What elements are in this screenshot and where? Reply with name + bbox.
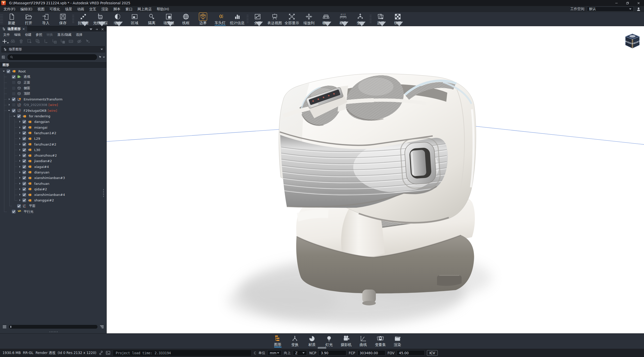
tree-expander[interactable] <box>18 137 22 141</box>
visibility-checkbox[interactable] <box>22 131 26 135</box>
toolbar-button-show-all[interactable]: 全部显示 <box>283 12 300 26</box>
tab-scenegraph[interactable]: 场景图形 × <box>0 26 27 31</box>
dock-button-transform[interactable]: 变换 <box>286 335 303 348</box>
toolbar-button-new-file[interactable]: 新建 <box>3 12 20 26</box>
visibility-checkbox[interactable] <box>22 120 26 124</box>
tree-node[interactable]: 平面 <box>0 203 106 209</box>
visibility-checkbox[interactable] <box>12 92 16 96</box>
fcp-input[interactable]: 303480.00 <box>357 350 385 355</box>
dock-button-material[interactable]: 材质 <box>303 335 320 348</box>
toolbar-button-select[interactable]: 选择 <box>372 12 389 26</box>
panel-close-icon[interactable] <box>101 28 104 31</box>
tree-expander[interactable] <box>18 198 22 202</box>
tree-node[interactable]: Root <box>0 68 106 74</box>
visibility-checkbox[interactable] <box>22 170 26 174</box>
visibility-checkbox[interactable] <box>22 165 26 169</box>
menubar-item[interactable]: 窗口 <box>123 6 135 12</box>
visibility-checkbox[interactable] <box>7 69 10 73</box>
tree-expander[interactable] <box>18 154 22 158</box>
menubar-item[interactable]: 交互 <box>87 6 99 12</box>
visibility-checkbox[interactable] <box>22 142 26 146</box>
tree-zoom-slider[interactable] <box>9 325 97 329</box>
tree-expander[interactable] <box>18 182 22 186</box>
tree-node[interactable]: zhuanzhou#2 <box>0 153 106 158</box>
panel-menu-icon[interactable] <box>90 28 92 31</box>
tree-expander[interactable] <box>18 131 22 135</box>
console-drag-tab[interactable] <box>318 347 326 349</box>
terminal-icon[interactable] <box>106 350 110 355</box>
workspace-select[interactable]: 默认 <box>587 7 634 12</box>
visibility-checkbox[interactable] <box>22 154 26 157</box>
menubar-item[interactable]: 文件(F) <box>1 6 18 12</box>
graph-type-select[interactable]: 场景图形 <box>2 46 105 52</box>
visibility-checkbox[interactable] <box>12 103 16 107</box>
toolbar-button-region[interactable]: 区域 <box>126 12 143 26</box>
pick-cursor-icon[interactable] <box>98 55 102 59</box>
dock-button-curve[interactable]: 曲线 <box>355 335 372 348</box>
menubar-item[interactable]: 帮助(H) <box>154 6 172 12</box>
tree-node[interactable]: qidai#2 <box>0 186 106 192</box>
view-cube[interactable]: RIGHT FRONT <box>622 32 642 52</box>
ncp-input[interactable]: 3.90 <box>318 350 346 355</box>
visibility-checkbox[interactable] <box>22 176 26 180</box>
tree-node[interactable]: for rendering <box>0 113 106 119</box>
dock-button-camera[interactable]: 摄影机 <box>338 335 355 348</box>
dock-button-light[interactable]: 灯光 <box>320 335 338 348</box>
toolbar-button-headlight[interactable]: 车头灯 <box>212 12 229 26</box>
tree-node[interactable]: F29xiugaiOK8[wire] <box>0 108 106 113</box>
visibility-checkbox[interactable] <box>22 193 26 197</box>
panel-resize-handle[interactable] <box>0 330 106 333</box>
toolbar-button-sceneplate[interactable]: 场景板 <box>160 12 177 26</box>
visibility-checkbox[interactable] <box>12 81 16 84</box>
panel-menu-item[interactable]: 选择 <box>74 32 84 38</box>
link-icon[interactable] <box>99 350 103 355</box>
panel-menu-item[interactable]: 编辑 <box>12 32 23 38</box>
tree-expander[interactable] <box>18 120 22 124</box>
tree-node[interactable]: dangpian <box>0 119 106 125</box>
tree-expander[interactable] <box>18 165 22 169</box>
restore-button[interactable] <box>622 0 633 6</box>
toolbar-grip[interactable] <box>0 14 3 24</box>
tree-node[interactable]: f29_20220308[wire] <box>0 102 106 108</box>
render-viewport[interactable]: RIGHT FRONT <box>107 26 644 333</box>
up-axis-select[interactable]: Z <box>293 350 307 355</box>
menubar-item[interactable]: 脚本 <box>111 6 123 12</box>
panel-splitter-handle[interactable] <box>103 189 104 198</box>
panel-undock-icon[interactable] <box>95 28 98 31</box>
toolbar-button-texture[interactable]: 纹理 <box>389 12 406 26</box>
menubar-item[interactable]: 场景 <box>63 6 75 12</box>
tab-close-icon[interactable]: × <box>22 27 25 31</box>
visibility-checkbox[interactable] <box>22 137 26 140</box>
dock-button-render[interactable]: 渲染 <box>389 335 406 348</box>
tree-node[interactable]: P透视 <box>0 74 106 80</box>
tree-expander[interactable] <box>18 170 22 174</box>
visibility-checkbox[interactable] <box>22 148 26 152</box>
tree-expander[interactable] <box>18 142 22 146</box>
tree-expander[interactable] <box>7 103 11 107</box>
tree-expander[interactable] <box>18 193 22 197</box>
close-button[interactable] <box>633 0 644 6</box>
user-account-icon[interactable] <box>636 7 641 12</box>
toolbar-button-grid[interactable]: 栅格 <box>317 12 335 26</box>
toolbar-button-wireframe[interactable]: 线框 <box>177 12 194 26</box>
menubar-item[interactable]: 可视化 <box>47 6 63 12</box>
panel-menu-item[interactable]: 显示/隐藏 <box>55 32 73 38</box>
toolbar-button-presentation[interactable]: 表达视图 <box>266 12 283 26</box>
panel-menu-item[interactable]: 文件 <box>1 32 12 38</box>
tree-node[interactable]: miangai <box>0 125 106 130</box>
visibility-checkbox[interactable] <box>22 187 26 191</box>
tree-expander[interactable] <box>18 125 22 129</box>
toolbar-button-antialias[interactable]: 抗锯齿 <box>75 12 92 26</box>
toolbar-button-fullscreen[interactable]: 全屏 <box>249 12 266 26</box>
visibility-checkbox[interactable] <box>17 114 21 118</box>
list-menu-icon[interactable] <box>2 325 7 329</box>
visibility-checkbox[interactable] <box>12 210 16 213</box>
menubar-item[interactable]: 编辑(E) <box>18 6 35 12</box>
search-input[interactable] <box>8 54 97 60</box>
toolbar-button-zoom-to[interactable]: 缩放到 <box>300 12 317 26</box>
sort-filter-icon[interactable] <box>100 325 104 329</box>
tree-node[interactable]: jiaodian#2 <box>0 158 106 164</box>
fov-input[interactable]: 45.00 <box>397 350 425 355</box>
tree-node[interactable]: 平行光 <box>0 209 106 214</box>
tree-node[interactable]: 侧面 <box>0 85 106 91</box>
